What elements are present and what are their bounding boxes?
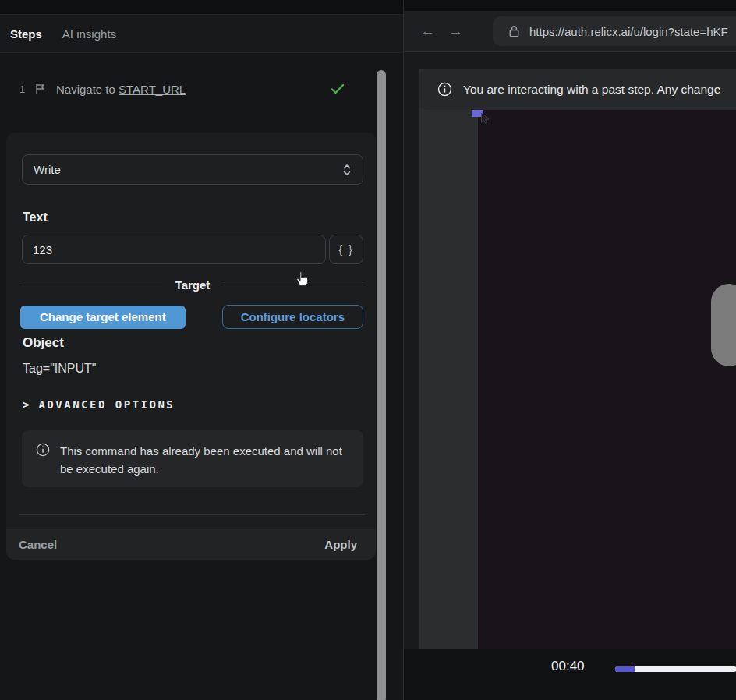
- target-divider-label: Target: [175, 278, 211, 292]
- info-icon: [437, 82, 452, 97]
- pointer-cursor-icon: [480, 112, 490, 124]
- footer-divider: [19, 514, 365, 515]
- start-url-link[interactable]: START_URL: [119, 83, 186, 96]
- step-row[interactable]: 1 Navigate to START_URL: [0, 75, 374, 103]
- left-tabbar: Steps AI insights: [0, 14, 403, 53]
- command-select-value: Write: [34, 163, 61, 176]
- editor-footer: Cancel Apply: [6, 529, 376, 560]
- step-number: 1: [19, 83, 35, 95]
- right-top-strip: [404, 0, 736, 11]
- flag-icon: [35, 83, 46, 94]
- divider-line: [223, 285, 363, 285]
- target-buttons-row: Change target element Configure locators: [20, 305, 371, 329]
- forward-arrow-icon[interactable]: →: [448, 23, 476, 40]
- player-bar: 00:40: [404, 649, 736, 700]
- target-divider: Target: [22, 277, 363, 292]
- steps-scrollbar[interactable]: [377, 70, 386, 700]
- browser-preview-panel: ← → https://auth.relicx.ai/u/login?state…: [403, 0, 736, 700]
- info-icon: [36, 443, 50, 457]
- past-step-banner: You are interacting with a past step. An…: [419, 69, 736, 110]
- divider-line: [22, 285, 162, 285]
- chevron-right-icon: >: [23, 398, 29, 411]
- url-bar[interactable]: https://auth.relicx.ai/u/login?state=hKF: [493, 16, 736, 46]
- executed-info-box: This command has already been executed a…: [22, 430, 363, 487]
- insert-variable-button[interactable]: { }: [329, 235, 363, 264]
- page-left-gutter: [419, 69, 478, 649]
- playback-progress-fill: [615, 666, 635, 672]
- recorded-page-viewport: [419, 69, 736, 649]
- command-select[interactable]: Write: [22, 154, 363, 185]
- success-check-icon: [331, 83, 345, 94]
- url-text: https://auth.relicx.ai/u/login?state=hKF: [529, 25, 728, 38]
- left-top-strip: [0, 0, 403, 14]
- step-editor-card: Write Text { } Target Change target elem…: [6, 133, 376, 560]
- object-label: Object: [23, 335, 64, 351]
- apply-button[interactable]: Apply: [324, 538, 357, 551]
- object-value: Tag="INPUT": [23, 362, 97, 376]
- select-updown-icon: [342, 163, 352, 177]
- steps-panel: Steps AI insights 1 Navigate to START_UR…: [0, 0, 403, 700]
- text-input-row: { }: [22, 235, 363, 264]
- tab-ai-insights[interactable]: AI insights: [62, 27, 116, 41]
- advanced-options-label: ADVANCED OPTIONS: [38, 398, 175, 411]
- text-field-label: Text: [23, 210, 48, 224]
- tab-steps[interactable]: Steps: [10, 27, 42, 41]
- back-arrow-icon[interactable]: ←: [420, 23, 448, 40]
- side-handle[interactable]: [711, 284, 736, 366]
- configure-locators-button[interactable]: Configure locators: [222, 305, 363, 329]
- hand-cursor-icon: [295, 270, 310, 288]
- browser-chrome-bar: ← → https://auth.relicx.ai/u/login?state…: [404, 11, 736, 52]
- playback-progress-bar[interactable]: [615, 666, 736, 672]
- step-label: Navigate to START_URL: [56, 83, 186, 96]
- advanced-options-toggle[interactable]: > ADVANCED OPTIONS: [23, 398, 175, 411]
- change-target-element-button[interactable]: Change target element: [20, 306, 186, 329]
- text-input[interactable]: [22, 235, 326, 264]
- executed-info-text: This command has already been executed a…: [60, 442, 345, 487]
- cancel-button[interactable]: Cancel: [19, 538, 57, 551]
- past-step-banner-text: You are interacting with a past step. An…: [463, 83, 720, 97]
- lock-icon: [509, 25, 519, 37]
- playback-timestamp: 00:40: [551, 659, 585, 674]
